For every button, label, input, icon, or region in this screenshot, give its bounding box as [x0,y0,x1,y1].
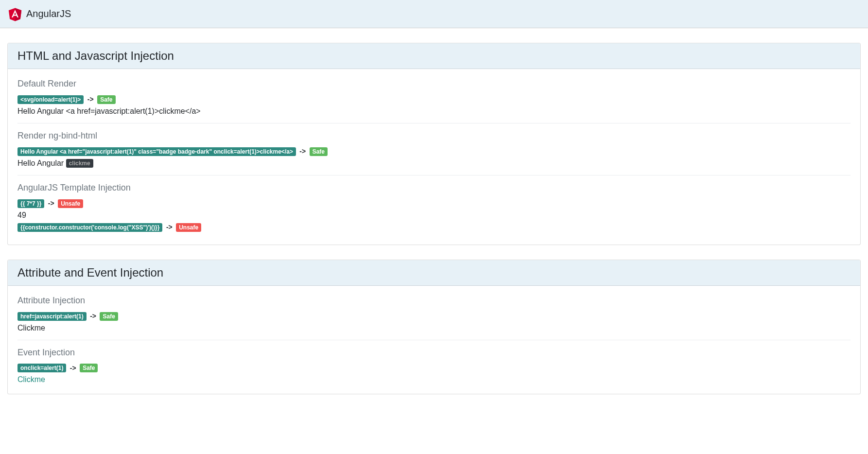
output-prefix: Hello Angular [17,159,66,167]
payload-badge: href=javascript:alert(1) [17,312,87,321]
arrow-icon: -> [47,199,56,207]
brand-title: AngularJS [26,8,71,19]
section-ng-bind-html: Render ng-bind-html Hello Angular <a hre… [17,123,851,176]
arrow-icon: -> [88,312,98,320]
arrow-icon: -> [298,147,307,155]
panel-html-js-injection: HTML and Javascript Injection Default Re… [7,43,861,245]
status-badge-safe: Safe [97,95,115,104]
payload-badge: onclick=alert(1) [17,364,66,372]
section-heading: AngularJS Template Injection [17,183,851,193]
payload-badge: {{ 7*7 }} [17,199,44,208]
payload-row: onclick=alert(1) -> Safe [17,364,851,373]
brand[interactable]: AngularJS [8,7,71,21]
section-heading: Event Injection [17,348,851,358]
status-badge-unsafe: Unsafe [176,223,201,232]
payload-row: {{constructor.constructor('console.log("… [17,223,851,232]
section-event-injection: Event Injection onclick=alert(1) -> Safe… [17,340,851,384]
status-badge-safe: Safe [100,312,118,321]
arrow-icon: -> [69,364,78,372]
payload-row: href=javascript:alert(1) -> Safe [17,312,851,321]
status-badge-unsafe: Unsafe [58,199,83,208]
panel-header: Attribute and Event Injection [8,260,860,286]
arrow-icon: -> [86,95,95,103]
clickme-badge[interactable]: clickme [66,159,93,168]
payload-badge: <svg/onload=alert(1)> [17,95,84,104]
payload-row: Hello Angular <a href="javascript:alert(… [17,147,851,156]
output-link[interactable]: Clickme [17,324,851,332]
panel-title: Attribute and Event Injection [17,266,851,279]
section-heading: Render ng-bind-html [17,131,851,141]
section-heading: Attribute Injection [17,296,851,306]
section-template-injection: AngularJS Template Injection {{ 7*7 }} -… [17,175,851,232]
status-badge-safe: Safe [80,364,98,372]
panel-title: HTML and Javascript Injection [17,49,851,63]
angular-logo-icon [8,7,22,21]
panel-attribute-event-injection: Attribute and Event Injection Attribute … [7,260,861,395]
output-link[interactable]: Clickme [17,375,851,384]
panel-body: Attribute Injection href=javascript:aler… [8,286,860,394]
payload-row: {{ 7*7 }} -> Unsafe [17,199,851,208]
section-attribute-injection: Attribute Injection href=javascript:aler… [17,288,851,340]
navbar: AngularJS [0,0,868,28]
payload-row: <svg/onload=alert(1)> -> Safe [17,95,851,104]
panel-body: Default Render <svg/onload=alert(1)> -> … [8,69,860,244]
payload-badge: Hello Angular <a href="javascript:alert(… [17,147,296,156]
output-text: Hello Angular clickme [17,159,851,168]
output-text: Hello Angular <a href=javascript:alert(1… [17,107,851,116]
payload-badge: {{constructor.constructor('console.log("… [17,223,162,232]
status-badge-safe: Safe [310,147,328,156]
section-heading: Default Render [17,79,851,89]
main-container: HTML and Javascript Injection Default Re… [0,28,868,423]
output-text: 49 [17,211,851,220]
arrow-icon: -> [165,223,174,231]
panel-header: HTML and Javascript Injection [8,43,860,69]
section-default-render: Default Render <svg/onload=alert(1)> -> … [17,71,851,123]
